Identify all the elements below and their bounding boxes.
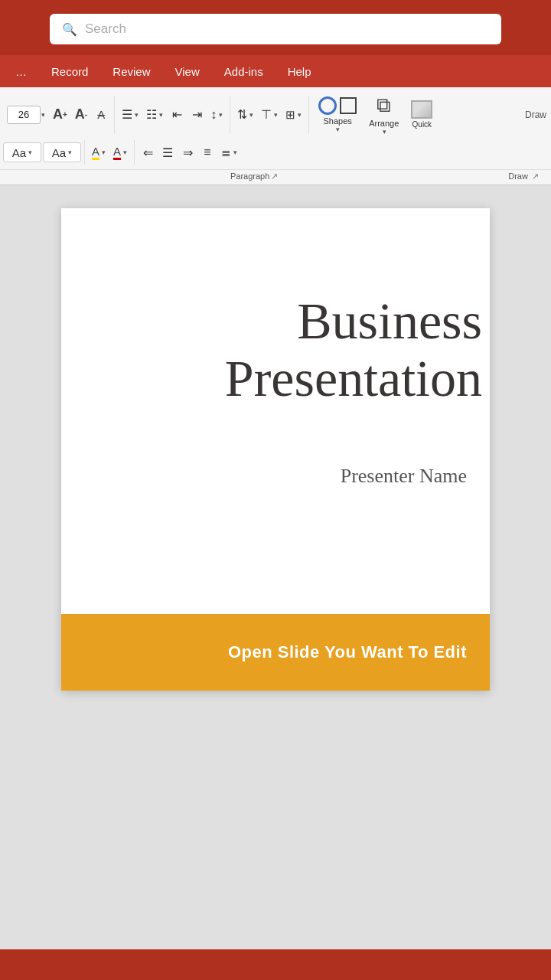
highlight-arrow: ▾ — [102, 149, 106, 156]
slide-subtitle-container: Presenter Name — [341, 465, 467, 488]
sep3 — [308, 96, 309, 134]
font-family-button[interactable]: Aa ▾ — [3, 142, 41, 162]
toolbar-bottom-labels: Paragraph ↗ Draw ↗ — [0, 169, 551, 185]
bottom-stripe — [0, 949, 551, 980]
draw-expand-button[interactable]: ↗ — [532, 172, 539, 181]
font-size-arrow: ▾ — [41, 111, 45, 119]
slide-title-line2: Presentation — [225, 350, 482, 407]
arrange-label: Arrange — [369, 119, 399, 128]
paragraph-expand-button[interactable]: ↗ — [271, 172, 278, 181]
highlight-icon: A — [92, 145, 99, 160]
ribbon-area: 26 ▾ A+ A- A ☰ ▾ ☷ ▾ ⇤ ⇥ — [0, 87, 551, 185]
slide-title-container: Business Presentation — [225, 292, 490, 407]
sep5 — [134, 140, 135, 165]
slide-bottom-banner[interactable]: Open Slide You Want To Edit — [61, 614, 490, 691]
font-size-dropdown[interactable]: 26 ▾ — [3, 105, 49, 125]
slide-canvas[interactable]: Business Presentation Presenter Name Ope… — [61, 208, 490, 691]
indent-increase-button[interactable]: ⇥ — [187, 105, 207, 125]
columns-arrow: ▾ — [298, 111, 302, 119]
menu-item-addins[interactable]: Add-ins — [212, 57, 276, 86]
toolbar-row1: 26 ▾ A+ A- A ☰ ▾ ☷ ▾ ⇤ ⇥ — [0, 87, 551, 139]
vertical-align-button[interactable]: ⊤ ▾ — [257, 105, 282, 125]
menu-item-review[interactable]: Review — [100, 57, 162, 86]
align-justify-button[interactable]: ≡ — [197, 142, 217, 162]
text-direction-icon: ⇅ — [237, 107, 247, 122]
line-spacing-arrow: ▾ — [219, 111, 223, 119]
numbered-list-button[interactable]: ☷ ▾ — [142, 105, 167, 125]
align-left-button[interactable]: ⇐ — [138, 142, 158, 162]
columns-icon: ⊞ — [285, 108, 295, 122]
para-spacing-button[interactable]: ≣ ▾ — [217, 142, 241, 162]
menu-item-overflow[interactable]: … — [3, 57, 39, 86]
draw-label-text: Draw — [508, 172, 528, 181]
font-family-arrow: ▾ — [28, 149, 32, 156]
slide-area: Business Presentation Presenter Name Ope… — [0, 185, 551, 949]
quick-styles-label: Quick — [412, 120, 432, 129]
quick-styles-icon — [411, 100, 432, 119]
highlight-color-button[interactable]: A ▾ — [88, 142, 109, 162]
line-spacing-icon: ↕ — [210, 108, 217, 122]
font-color-button[interactable]: A ▾ — [109, 142, 131, 162]
font-aa2-label: Aa — [52, 146, 66, 159]
vertical-align-icon: ⊤ — [261, 107, 272, 122]
sep2 — [230, 96, 230, 134]
font-clear-button[interactable]: A — [91, 105, 111, 125]
font-shrink-button[interactable]: A- — [71, 105, 91, 125]
align-right-button[interactable]: ⇒ — [178, 142, 197, 162]
sep4 — [84, 140, 85, 165]
font-aa-label: Aa — [12, 146, 26, 159]
font-aa2-button[interactable]: Aa ▾ — [43, 142, 81, 162]
indent-decrease-button[interactable]: ⇤ — [167, 105, 187, 125]
menu-item-view[interactable]: View — [163, 57, 212, 86]
bullet-arrow: ▾ — [135, 111, 139, 119]
sep1 — [114, 96, 115, 134]
paragraph-label: Paragraph — [230, 172, 269, 181]
slide-title-line1: Business — [225, 292, 482, 350]
columns-button[interactable]: ⊞ ▾ — [282, 105, 305, 125]
numbering-icon: ☷ — [146, 107, 157, 122]
shapes-button[interactable]: Shapes ▾ — [312, 93, 363, 136]
arrange-icon: ⧉ — [377, 93, 391, 117]
shapes-square-icon — [340, 97, 357, 114]
shapes-label: Shapes — [324, 116, 352, 126]
font-grow-button[interactable]: A+ — [49, 105, 71, 125]
menu-item-help[interactable]: Help — [276, 57, 324, 86]
align-center-button[interactable]: ☰ — [158, 142, 178, 162]
shapes-circle-icon — [318, 96, 337, 115]
font-color-icon: A — [113, 145, 121, 160]
slide-subtitle: Presenter Name — [341, 465, 467, 488]
search-placeholder: Search — [85, 21, 489, 37]
ribbon-menubar: … Record Review View Add-ins Help — [0, 55, 551, 87]
bullet-list-button[interactable]: ☰ ▾ — [118, 105, 142, 125]
draw-label-partial: Draw — [525, 109, 551, 120]
font-color-arrow: ▾ — [123, 149, 127, 156]
text-direction-arrow: ▾ — [249, 111, 253, 119]
numbering-arrow: ▾ — [159, 111, 163, 119]
paragraph-label-container: Paragraph ↗ — [0, 172, 508, 181]
app-layout: 🔍 Search … Record Review View Add-ins He… — [0, 0, 551, 980]
text-direction-button[interactable]: ⇅ ▾ — [233, 105, 257, 125]
search-icon: 🔍 — [62, 22, 77, 37]
bullet-icon: ☰ — [122, 107, 132, 122]
draw-section-label: Draw ↗ — [508, 172, 546, 181]
font-size-value[interactable]: 26 — [7, 106, 41, 124]
line-spacing-button[interactable]: ↕ ▾ — [207, 105, 227, 125]
font-aa2-arrow: ▾ — [68, 149, 72, 156]
valign-arrow: ▾ — [274, 111, 278, 119]
banner-text: Open Slide You Want To Edit — [228, 642, 467, 662]
search-box[interactable]: 🔍 Search — [50, 14, 501, 44]
quick-styles-button[interactable]: Quick — [405, 97, 439, 132]
arrange-button[interactable]: ⧉ Arrange ▾ — [363, 90, 405, 139]
para-spacing-arrow: ▾ — [233, 149, 237, 156]
top-bar: 🔍 Search — [0, 0, 551, 55]
toolbar-row2: Aa ▾ Aa ▾ A ▾ A ▾ ⇐ ☰ ⇒ — [0, 139, 551, 169]
menu-item-record[interactable]: Record — [39, 57, 100, 86]
para-spacing-icon: ≣ — [221, 145, 231, 159]
